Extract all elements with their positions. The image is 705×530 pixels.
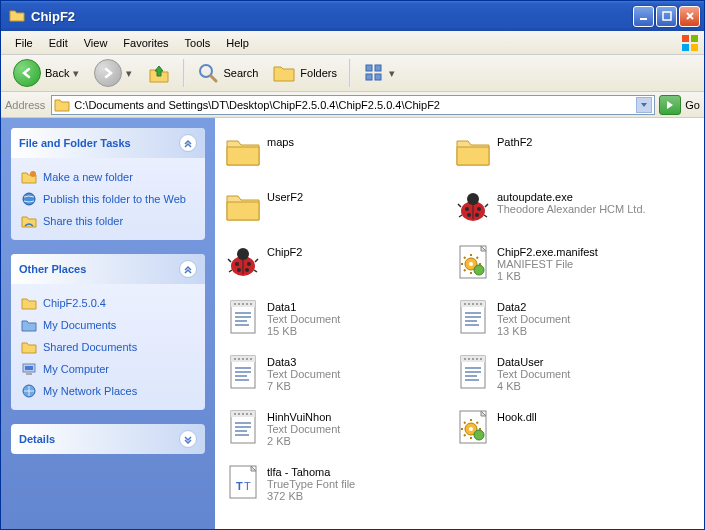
svg-point-60 [480, 358, 482, 360]
share-folder-icon [21, 213, 37, 229]
svg-point-53 [250, 358, 252, 360]
panel-header[interactable]: File and Folder Tasks [11, 128, 205, 158]
place-my-documents[interactable]: My Documents [21, 314, 195, 336]
file-list[interactable]: mapsPathF2UserF2autoupdate.exeTheodore A… [215, 118, 704, 530]
file-name: HinhVuiNhon [267, 411, 340, 423]
text-icon [223, 407, 263, 447]
place-parent-folder[interactable]: ChipF2.5.0.4 [21, 292, 195, 314]
place-shared-documents[interactable]: Shared Documents [21, 336, 195, 358]
globe-icon [21, 191, 37, 207]
windows-logo-icon [680, 33, 700, 53]
task-label: Share this folder [43, 215, 123, 227]
svg-point-52 [246, 358, 248, 360]
svg-rect-0 [640, 18, 647, 20]
back-button[interactable]: Back ▾ [7, 56, 86, 90]
task-share-folder[interactable]: Share this folder [21, 210, 195, 232]
file-meta: Text Document [267, 368, 340, 380]
file-item[interactable]: Data1Text Document15 KB [221, 295, 451, 350]
title-bar: ChipF2 [1, 1, 704, 31]
panel-header[interactable]: Details [11, 424, 205, 454]
search-icon [197, 62, 219, 84]
up-button[interactable] [141, 58, 177, 88]
svg-point-31 [469, 262, 473, 266]
file-item[interactable]: Data3Text Document7 KB [221, 350, 451, 405]
file-item[interactable]: ChipF2 [221, 240, 451, 295]
task-label: Make a new folder [43, 171, 133, 183]
svg-rect-9 [366, 74, 372, 80]
place-network[interactable]: My Network Places [21, 380, 195, 402]
file-meta: Text Document [497, 368, 570, 380]
menu-file[interactable]: File [7, 34, 41, 52]
maximize-button[interactable] [656, 6, 677, 27]
search-button[interactable]: Search [191, 59, 264, 87]
new-folder-icon [21, 169, 37, 185]
file-item[interactable]: maps [221, 130, 451, 185]
documents-icon [21, 317, 37, 333]
bug-icon [453, 187, 493, 227]
menu-help[interactable]: Help [218, 34, 257, 52]
file-item[interactable]: PathF2 [451, 130, 681, 185]
svg-rect-4 [682, 44, 689, 51]
minimize-button[interactable] [633, 6, 654, 27]
shared-documents-icon [21, 339, 37, 355]
file-name: ChipF2 [267, 246, 302, 258]
menu-bar: File Edit View Favorites Tools Help [1, 31, 704, 55]
svg-rect-7 [366, 65, 372, 71]
svg-point-26 [247, 262, 251, 266]
client-area: File and Folder Tasks Make a new folder … [1, 118, 704, 530]
address-input[interactable] [74, 99, 636, 111]
menu-tools[interactable]: Tools [177, 34, 219, 52]
separator [183, 59, 185, 87]
file-item[interactable]: TTtlfa - TahomaTrueType Font file372 KB [221, 460, 451, 515]
window-title: ChipF2 [31, 9, 631, 24]
file-meta: Text Document [267, 313, 340, 325]
folders-button[interactable]: Folders [266, 59, 343, 87]
file-item[interactable]: HinhVuiNhonText Document2 KB [221, 405, 451, 460]
file-name: tlfa - Tahoma [267, 466, 355, 478]
menu-favorites[interactable]: Favorites [115, 34, 176, 52]
sidebar: File and Folder Tasks Make a new folder … [1, 118, 215, 530]
network-icon [21, 383, 37, 399]
svg-point-43 [468, 303, 470, 305]
file-item[interactable]: ChipF2.exe.manifestMANIFEST File1 KB [451, 240, 681, 295]
file-size: 13 KB [497, 325, 570, 337]
svg-text:T: T [236, 480, 243, 492]
search-label: Search [223, 67, 258, 79]
gear-icon [453, 242, 493, 282]
views-button[interactable]: ▾ [357, 59, 402, 87]
file-item[interactable]: UserF2 [221, 185, 451, 240]
file-name: autoupdate.exe [497, 191, 646, 203]
close-button[interactable] [679, 6, 700, 27]
place-label: My Computer [43, 363, 109, 375]
svg-rect-5 [691, 44, 698, 51]
file-item[interactable]: DataUserText Document4 KB [451, 350, 681, 405]
folder-icon [21, 295, 37, 311]
task-make-folder[interactable]: Make a new folder [21, 166, 195, 188]
forward-button[interactable]: ▾ [88, 56, 139, 90]
place-my-computer[interactable]: My Computer [21, 358, 195, 380]
go-button[interactable] [659, 95, 681, 115]
svg-point-57 [468, 358, 470, 360]
panel-header[interactable]: Other Places [11, 254, 205, 284]
address-box[interactable] [51, 95, 655, 115]
address-label: Address [5, 99, 45, 111]
svg-point-25 [235, 262, 239, 266]
address-dropdown-button[interactable] [636, 97, 652, 113]
svg-point-27 [237, 268, 241, 272]
svg-point-67 [250, 413, 252, 415]
svg-point-12 [23, 193, 35, 205]
menu-edit[interactable]: Edit [41, 34, 76, 52]
menu-view[interactable]: View [76, 34, 116, 52]
svg-point-44 [472, 303, 474, 305]
file-item[interactable]: autoupdate.exeTheodore Alexander HCM Ltd… [451, 185, 681, 240]
task-publish-web[interactable]: Publish this folder to the Web [21, 188, 195, 210]
panel-other-places: Other Places ChipF2.5.0.4 My Documents S… [11, 254, 205, 410]
svg-point-28 [245, 268, 249, 272]
go-arrow-icon [664, 99, 676, 111]
file-item[interactable]: Hook.dll [451, 405, 681, 460]
file-item[interactable]: Data2Text Document13 KB [451, 295, 681, 350]
svg-point-51 [242, 358, 244, 360]
gear-icon [453, 407, 493, 447]
chevron-down-icon: ▾ [73, 67, 80, 80]
file-name: Data2 [497, 301, 570, 313]
